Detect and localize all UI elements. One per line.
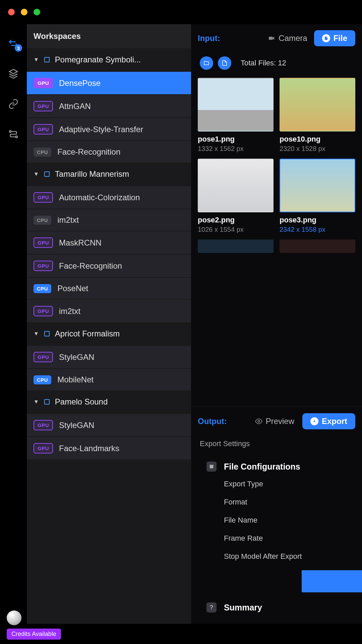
- output-bar: Output: Preview Export: [191, 407, 362, 436]
- compute-badge: CPU: [34, 148, 51, 157]
- export-label: Export: [322, 417, 347, 426]
- rail-badge: 3: [15, 44, 22, 52]
- preview-label: Preview: [266, 417, 294, 426]
- compute-badge: GPU: [34, 352, 53, 362]
- file-name: pose1.png: [198, 135, 274, 144]
- open-folder-button[interactable]: [200, 56, 213, 70]
- model-item[interactable]: GPUDensePose: [27, 72, 191, 94]
- credits-badge[interactable]: Credits Available: [7, 629, 61, 640]
- config-field-label: File Name: [224, 516, 362, 525]
- file-dimensions: 2320 x 1528 px: [280, 145, 355, 153]
- workspace-header[interactable]: ▼Pamelo Sound: [27, 390, 191, 413]
- file-thumbnail: [280, 239, 355, 253]
- file-name: pose2.png: [198, 216, 274, 224]
- model-item[interactable]: GPUAutomatic-Colorization: [27, 186, 191, 209]
- model-item[interactable]: GPUMaskRCNN: [27, 231, 191, 254]
- export-button[interactable]: Export: [302, 413, 355, 429]
- workspace-name: Apricot Formalism: [55, 329, 120, 338]
- window-maximize[interactable]: [34, 9, 40, 15]
- export-action-button[interactable]: [302, 570, 362, 592]
- user-avatar[interactable]: [7, 610, 21, 625]
- output-preview-option[interactable]: Preview: [255, 417, 294, 426]
- input-bar: Input: Camera File: [191, 24, 362, 52]
- download-circle-icon: [310, 417, 318, 425]
- rail-link-icon[interactable]: [7, 98, 19, 110]
- file-card[interactable]: pose3.png2342 x 1558 px: [280, 159, 355, 233]
- workspace-icon: [44, 171, 50, 177]
- svg-rect-4: [210, 465, 214, 469]
- model-item[interactable]: GPUim2txt: [27, 300, 191, 322]
- model-label: Face-Recognition: [59, 261, 122, 271]
- compute-badge: GPU: [34, 237, 53, 248]
- file-name: pose10.png: [280, 135, 355, 144]
- file-circle-icon: [322, 34, 330, 42]
- workspace-header[interactable]: ▼Tamarillo Mannerism: [27, 163, 191, 185]
- model-label: AttnGAN: [59, 102, 91, 111]
- file-card[interactable]: pose2.png1026 x 1554 px: [198, 159, 274, 233]
- file-thumbnail: [198, 78, 274, 131]
- file-card[interactable]: [280, 239, 355, 253]
- compute-badge: CPU: [34, 375, 51, 384]
- window-titlebar: [0, 0, 362, 24]
- compute-badge: GPU: [34, 124, 53, 135]
- model-label: Face-Landmarks: [59, 444, 119, 453]
- model-item[interactable]: CPUim2txt: [27, 209, 191, 231]
- compute-badge: GPU: [34, 261, 53, 271]
- output-panel: Output: Preview Export Export Settings: [191, 406, 362, 624]
- model-label: StyleGAN: [59, 421, 94, 430]
- file-grid: pose1.png1332 x 1562 pxpose10.png2320 x …: [191, 78, 362, 406]
- total-files-label: Total Files: 12: [241, 59, 286, 67]
- model-item[interactable]: GPUAttnGAN: [27, 95, 191, 117]
- model-item[interactable]: GPUFace-Landmarks: [27, 437, 191, 460]
- window-minimize[interactable]: [21, 9, 27, 15]
- input-camera-option[interactable]: Camera: [268, 34, 307, 43]
- rail-transfer-icon[interactable]: 3: [7, 38, 19, 50]
- model-label: StyleGAN: [59, 353, 94, 362]
- file-name: pose3.png: [280, 216, 355, 224]
- svg-rect-2: [269, 37, 273, 40]
- model-label: Automatic-Colorization: [59, 193, 140, 202]
- workspace-icon: [44, 399, 50, 405]
- model-item[interactable]: GPUAdaptive-Style-Transfer: [27, 118, 191, 141]
- compute-badge: GPU: [34, 101, 53, 111]
- workspace-header[interactable]: ▼Apricot Formalism: [27, 322, 191, 345]
- compute-badge: GPU: [34, 420, 53, 430]
- rail-layers-icon[interactable]: [7, 68, 19, 80]
- file-config-title: File Configurations: [224, 462, 300, 472]
- workspace-icon: [44, 57, 50, 62]
- file-card[interactable]: pose1.png1332 x 1562 px: [198, 78, 274, 153]
- summary-title: Summary: [224, 603, 262, 612]
- workspace-header[interactable]: ▼Pomegranate Symboli...: [27, 48, 191, 71]
- chevron-down-icon: ▼: [34, 57, 39, 63]
- file-dimensions: 2342 x 1558 px: [280, 226, 355, 233]
- summary-icon: ?: [206, 602, 217, 612]
- file-thumbnail: [280, 78, 355, 131]
- window-close[interactable]: [8, 9, 15, 15]
- config-field-label: Format: [224, 498, 362, 506]
- model-item[interactable]: GPUStyleGAN: [27, 346, 191, 368]
- footer: Credits Available: [0, 624, 362, 644]
- model-item[interactable]: GPUStyleGAN: [27, 414, 191, 436]
- file-thumbnail: [198, 159, 274, 212]
- model-item[interactable]: CPUPoseNet: [27, 278, 191, 299]
- file-thumbnail: [198, 239, 274, 253]
- model-label: PoseNet: [57, 284, 88, 293]
- model-item[interactable]: GPUFace-Recognition: [27, 255, 191, 277]
- file-card[interactable]: pose10.png2320 x 1528 px: [280, 78, 355, 153]
- file-card[interactable]: [198, 239, 274, 253]
- workspace-name: Pamelo Sound: [55, 397, 108, 407]
- model-label: DensePose: [59, 78, 101, 88]
- config-field-label: Export Type: [224, 480, 362, 488]
- config-field-label: Frame Rate: [224, 534, 362, 543]
- nav-rail: 3: [0, 24, 27, 624]
- input-label: Input:: [198, 34, 220, 43]
- chevron-down-icon: ▼: [34, 331, 39, 337]
- model-item[interactable]: CPUMobileNet: [27, 369, 191, 390]
- compute-badge: CPU: [34, 284, 51, 293]
- add-file-button[interactable]: [218, 56, 231, 70]
- file-label: File: [334, 34, 347, 43]
- input-file-button[interactable]: File: [314, 30, 355, 46]
- rail-route-icon[interactable]: [7, 128, 19, 140]
- model-label: im2txt: [57, 215, 79, 225]
- model-item[interactable]: CPUFace-Recognition: [27, 141, 191, 163]
